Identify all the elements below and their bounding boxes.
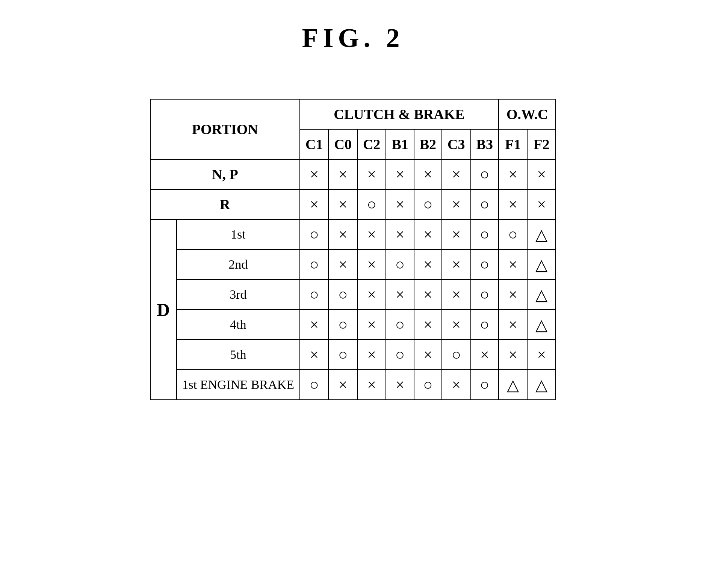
row-label-d: D bbox=[150, 219, 177, 400]
col-c1: C1 bbox=[300, 129, 328, 159]
table-cell: ○ bbox=[471, 219, 499, 249]
row-label: 3rd bbox=[177, 280, 300, 310]
table-cell: ○ bbox=[386, 310, 414, 340]
table-cell: × bbox=[499, 340, 527, 370]
table-cell: ○ bbox=[300, 370, 328, 400]
table-cell: × bbox=[527, 159, 556, 189]
table-cell: × bbox=[442, 189, 470, 219]
table-cell: △ bbox=[499, 370, 527, 400]
table-cell: × bbox=[300, 189, 328, 219]
table-cell: × bbox=[414, 310, 442, 340]
figure-title: FIG. 2 bbox=[302, 23, 404, 54]
table-cell: × bbox=[527, 189, 556, 219]
owc-header: O.W.C bbox=[499, 99, 556, 129]
table-cell: × bbox=[442, 219, 470, 249]
table-cell: △ bbox=[527, 310, 556, 340]
table-cell: × bbox=[414, 249, 442, 280]
table-cell: × bbox=[386, 280, 414, 310]
table-cell: × bbox=[499, 310, 527, 340]
table-cell: ○ bbox=[357, 189, 386, 219]
col-f2: F2 bbox=[527, 129, 556, 159]
table-cell: ○ bbox=[471, 370, 499, 400]
table-cell: ○ bbox=[471, 189, 499, 219]
table-cell: × bbox=[357, 280, 386, 310]
table-cell: ○ bbox=[414, 370, 442, 400]
col-f1: F1 bbox=[499, 129, 527, 159]
table-cell: × bbox=[386, 219, 414, 249]
row-label: 5th bbox=[177, 340, 300, 370]
table-cell: × bbox=[414, 159, 442, 189]
row-label: N, P bbox=[150, 159, 300, 189]
col-b3: B3 bbox=[471, 129, 499, 159]
table-cell: × bbox=[357, 249, 386, 280]
table-cell: ○ bbox=[300, 280, 328, 310]
table-cell: × bbox=[300, 310, 328, 340]
table-cell: ○ bbox=[471, 159, 499, 189]
col-c0: C0 bbox=[328, 129, 357, 159]
col-b2: B2 bbox=[414, 129, 442, 159]
table-cell: ○ bbox=[300, 249, 328, 280]
table-cell: △ bbox=[527, 249, 556, 280]
row-label: R bbox=[150, 189, 300, 219]
table-cell: × bbox=[300, 340, 328, 370]
row-label: 1st ENGINE BRAKE bbox=[177, 370, 300, 400]
table-cell: × bbox=[442, 159, 470, 189]
clutch-brake-header: CLUTCH & BRAKE bbox=[300, 99, 499, 129]
table-cell: × bbox=[357, 370, 386, 400]
col-c3: C3 bbox=[442, 129, 470, 159]
table-cell: ○ bbox=[471, 280, 499, 310]
portion-header: PORTION bbox=[150, 99, 300, 159]
table-cell: ○ bbox=[300, 219, 328, 249]
table-cell: △ bbox=[527, 370, 556, 400]
table-cell: × bbox=[442, 280, 470, 310]
table-cell: × bbox=[357, 310, 386, 340]
table-cell: × bbox=[442, 310, 470, 340]
table-cell: × bbox=[442, 249, 470, 280]
col-c2: C2 bbox=[357, 129, 386, 159]
table-cell: × bbox=[442, 370, 470, 400]
row-label: 1st bbox=[177, 219, 300, 249]
table-cell: × bbox=[386, 159, 414, 189]
table-cell: ○ bbox=[471, 249, 499, 280]
table-cell: × bbox=[499, 189, 527, 219]
table-cell: × bbox=[328, 189, 357, 219]
table-cell: × bbox=[357, 340, 386, 370]
table-cell: ○ bbox=[386, 249, 414, 280]
table-cell: ○ bbox=[386, 340, 414, 370]
table-cell: × bbox=[499, 159, 527, 189]
table-cell: ○ bbox=[414, 189, 442, 219]
table-cell: ○ bbox=[471, 310, 499, 340]
table-cell: × bbox=[414, 280, 442, 310]
table-cell: × bbox=[328, 249, 357, 280]
table-cell: × bbox=[414, 340, 442, 370]
row-label: 2nd bbox=[177, 249, 300, 280]
table-cell: × bbox=[328, 370, 357, 400]
table-cell: × bbox=[300, 159, 328, 189]
table-cell: × bbox=[499, 280, 527, 310]
table-cell: ○ bbox=[328, 340, 357, 370]
row-label: 4th bbox=[177, 310, 300, 340]
table-cell: × bbox=[386, 189, 414, 219]
table-cell: × bbox=[527, 340, 556, 370]
table-cell: ○ bbox=[328, 310, 357, 340]
table-cell: ○ bbox=[499, 219, 527, 249]
table-cell: △ bbox=[527, 280, 556, 310]
col-b1: B1 bbox=[386, 129, 414, 159]
table-cell: △ bbox=[527, 219, 556, 249]
table-cell: × bbox=[357, 159, 386, 189]
clutch-brake-table: PORTION CLUTCH & BRAKE O.W.C C1 C0 C2 B1… bbox=[150, 99, 556, 400]
table-cell: × bbox=[357, 219, 386, 249]
table-cell: × bbox=[386, 370, 414, 400]
table-cell: × bbox=[414, 219, 442, 249]
table-cell: × bbox=[499, 249, 527, 280]
table-cell: × bbox=[328, 219, 357, 249]
table-cell: × bbox=[471, 340, 499, 370]
table-cell: × bbox=[328, 159, 357, 189]
table-cell: ○ bbox=[328, 280, 357, 310]
table-cell: ○ bbox=[442, 340, 470, 370]
